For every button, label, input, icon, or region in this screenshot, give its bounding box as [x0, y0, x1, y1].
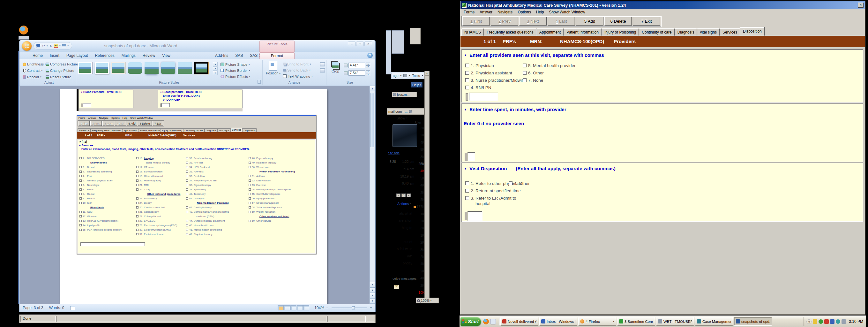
background-scrollbar-fragment[interactable]: ▲ [425, 71, 430, 298]
checkbox[interactable] [465, 64, 469, 67]
show-dropdown[interactable]: Show▾ [397, 116, 414, 120]
taskbar-button[interactable]: Novell-delivered App... [500, 317, 538, 326]
ads-link-fragment[interactable]: ese ads [388, 151, 400, 155]
zoom-slider-thumb[interactable] [352, 306, 355, 309]
ribbon-tab[interactable]: Insert [46, 52, 63, 59]
form-tab[interactable]: Appointment [536, 28, 564, 36]
email-subject-fragment[interactable]: hing to [385, 226, 412, 233]
ribbon-tab[interactable]: View [159, 52, 174, 59]
checkbox[interactable] [465, 71, 469, 75]
form-tab[interactable]: Disposition [740, 27, 765, 36]
tray-icon[interactable] [813, 319, 817, 324]
nav-button[interactable]: 6Delete [604, 17, 632, 26]
height-spinner[interactable]: ▲▼ [366, 63, 370, 68]
browse-select-icon[interactable]: ● [370, 293, 375, 298]
ribbon-button[interactable]: Recolor▾ [23, 74, 46, 80]
gallery-more-icon[interactable]: ▾ [213, 71, 218, 75]
ribbon-button[interactable]: Bring to Front▾ [283, 61, 313, 67]
word-count[interactable]: Words: 0 [49, 306, 64, 310]
ribbon-button[interactable]: Change Picture [45, 67, 80, 74]
checkbox[interactable] [465, 196, 469, 200]
tray-icon[interactable] [818, 319, 823, 324]
tray-collapse-icon[interactable]: « [806, 319, 811, 324]
scrollbar-thumb[interactable] [371, 93, 374, 147]
checkbox[interactable] [465, 86, 469, 89]
ribbon-tab[interactable]: Home [29, 52, 46, 59]
picture-style-thumbnail[interactable] [78, 62, 92, 74]
form-tab[interactable]: Patient Information [564, 28, 601, 36]
zoom-level[interactable]: 104% [314, 306, 324, 310]
size-column-header[interactable]: Size [414, 121, 421, 124]
menu-item[interactable]: Show Watch Window [546, 10, 588, 14]
page-indicator[interactable]: Page: 3 of 3 [23, 306, 43, 310]
checkbox[interactable] [523, 71, 527, 75]
print-layout-view-icon[interactable] [278, 305, 284, 310]
nav-button[interactable]: 7Exit [633, 17, 660, 26]
checkbox[interactable] [465, 189, 469, 192]
draft-view-icon[interactable] [303, 305, 309, 310]
help-menu-button[interactable]: Help▾ [411, 82, 423, 88]
ribbon-button[interactable]: Picture Effects▾ [220, 73, 250, 80]
proofing-icon[interactable] [70, 306, 75, 310]
menu-item[interactable]: Navigate [495, 10, 515, 14]
ribbon-button[interactable]: Compress Pictures [45, 61, 80, 67]
form-tab[interactable]: Continuity of care [639, 28, 674, 36]
start-button[interactable]: Start [461, 317, 481, 326]
form-tab[interactable]: vital signs [697, 28, 720, 36]
word-vertical-scrollbar[interactable]: ▲ ▼ ▲ ● ▼ [370, 86, 375, 304]
align-icon[interactable] [320, 62, 325, 66]
zoom-in-icon[interactable]: + [370, 306, 372, 310]
scroll-down-icon[interactable]: ▼ [370, 282, 375, 288]
outline-view-icon[interactable] [297, 305, 303, 310]
provider-option[interactable]: 5. Mental health provider [523, 63, 576, 68]
checkbox[interactable] [509, 181, 513, 185]
form-tab[interactable]: Services [720, 28, 740, 36]
zoom-out-icon[interactable]: − [326, 306, 329, 310]
print-icon[interactable] [403, 74, 407, 77]
tray-icon[interactable] [830, 319, 835, 324]
rotate-icon[interactable] [320, 68, 325, 72]
email-subject-fragment[interactable]: s fall w us [385, 247, 412, 254]
email-subject-fragment[interactable] [385, 233, 412, 240]
shape-height-field[interactable]: 4.41" [348, 63, 365, 68]
ribbon-tab[interactable]: Add-Ins [212, 52, 232, 59]
restore-button[interactable]: □ [401, 194, 406, 197]
taskbar-button[interactable]: snapshots of opd... [734, 317, 772, 326]
checkbox[interactable] [523, 64, 527, 67]
nav-button[interactable]: 5Add [576, 17, 603, 26]
disposition-option[interactable]: 2. Return at specified time [465, 188, 521, 193]
email-subject-fragment[interactable]: onday [385, 261, 412, 268]
disposition-option[interactable]: 3. Refer to ER /Admit tohospital [465, 196, 521, 206]
form-tab[interactable]: Diagnosis [675, 28, 697, 36]
nav-button[interactable]: 4Last [548, 17, 575, 26]
width-spinner[interactable]: ▲▼ [366, 70, 370, 76]
disposition-option[interactable]: 4. Other [509, 181, 530, 186]
nav-button[interactable]: 3Next [519, 17, 547, 26]
fullscreen-view-icon[interactable] [284, 305, 290, 310]
checkbox[interactable] [465, 78, 469, 82]
crop-button[interactable]: Crop [329, 62, 342, 73]
document-page[interactable]: ♦ Blood Pressure - SYSTOLIC ♦ Blood pres… [60, 89, 327, 304]
checkbox[interactable] [523, 78, 527, 82]
tray-icon[interactable] [836, 319, 840, 324]
minimize-button[interactable]: – [348, 41, 355, 46]
provider-option[interactable]: 2. Physician assistant [465, 70, 525, 76]
shape-width-field[interactable]: 7.54" [348, 70, 365, 76]
ie-zoom-control[interactable]: 100%▾ [416, 298, 439, 303]
picture-style-thumbnail[interactable] [112, 62, 125, 74]
picture-style-thumbnail[interactable] [95, 62, 109, 74]
scroll-up-icon[interactable]: ▲ [425, 71, 429, 76]
nav-button[interactable]: 2Prev [491, 17, 518, 26]
disposition-input[interactable] [467, 211, 483, 221]
email-subject-fragment[interactable]: ats what [385, 211, 412, 218]
menu-item[interactable]: Forms [461, 10, 477, 14]
help-icon[interactable]: ? [367, 53, 373, 58]
position-button[interactable]: Position ▾ [265, 61, 282, 80]
ribbon-button[interactable]: Contrast▾ [23, 67, 46, 74]
gallery-down-icon[interactable]: ▾ [213, 66, 218, 70]
browse-previous-icon[interactable]: ▲ [370, 288, 375, 293]
ribbon-tab-format[interactable]: Format [259, 52, 294, 59]
web-layout-view-icon[interactable] [290, 305, 297, 310]
close-button[interactable]: × [365, 41, 372, 46]
taskbar-button[interactable]: Inbox - Windows Int... [539, 317, 577, 326]
